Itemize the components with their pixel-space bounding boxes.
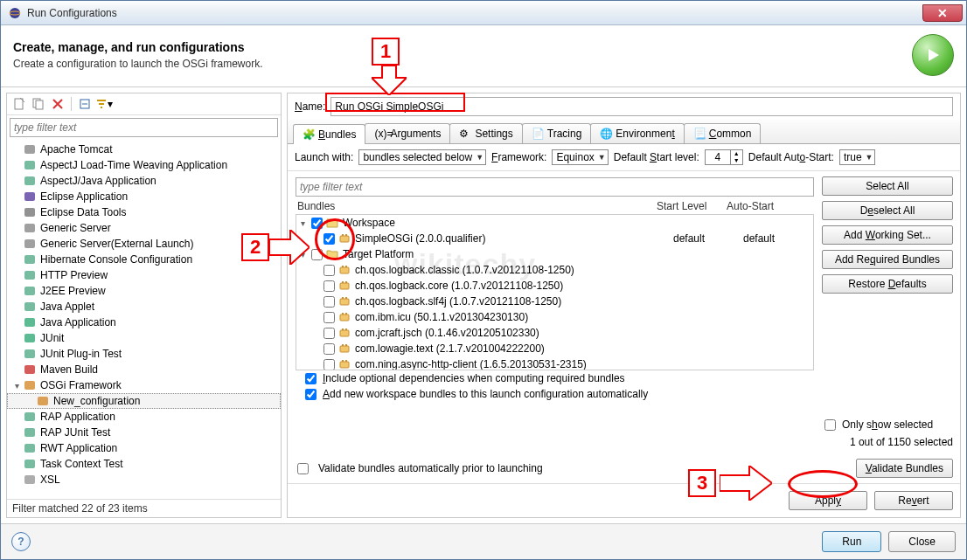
bundle-label: ch.qos.logback.slf4j (1.0.7.v20121108-12… [355,295,673,308]
tree-item[interactable]: Eclipse Application [7,189,281,204]
bundle-checkbox[interactable] [323,359,335,370]
close-footer-button[interactable]: Close [888,531,956,552]
tree-item[interactable]: XSL [7,472,281,487]
plugin-icon [337,342,351,356]
tab-settings[interactable]: ⚙Settings [449,123,522,143]
bundle-row[interactable]: SimpleOSGi (2.0.0.qualifier)defaultdefau… [296,231,813,246]
validate-bundles-button[interactable]: Validate Bundles [856,459,953,478]
validate-auto-checkbox[interactable] [297,463,309,474]
bundle-filter-input[interactable] [296,177,814,197]
svg-rect-48 [340,346,349,352]
tab-bundles[interactable]: 🧩Bundles [293,124,365,144]
titlebar: Run Configurations ✕ [1,1,966,25]
svg-rect-22 [24,365,35,374]
tree-item[interactable]: ▾OSGi Framework [7,377,281,393]
bundle-row[interactable]: ch.qos.logback.slf4j (1.0.7.v20121108-12… [296,294,813,309]
collapse-all-icon[interactable] [76,95,94,113]
tree-item[interactable]: JUnit Plug-in Test [7,346,281,362]
delete-icon[interactable] [49,95,66,113]
svg-rect-10 [24,176,35,185]
bundle-checkbox[interactable] [323,233,335,245]
svg-rect-46 [342,328,344,330]
tab-arguments[interactable]: (x)=Arguments [365,123,450,143]
tree-item[interactable]: Eclipse Data Tools [7,204,281,220]
bundle-checkbox[interactable] [323,328,335,339]
tree-item[interactable]: Maven Build [7,362,281,377]
svg-rect-47 [345,328,347,330]
add-working-set-button[interactable]: Add Working Set... [822,225,953,245]
help-button[interactable]: ? [11,532,31,551]
default-auto-select[interactable]: true▼ [839,149,876,165]
tree-item[interactable]: Hibernate Console Configuration [7,252,281,267]
tree-item[interactable]: RWT Application [7,440,281,456]
tree-item[interactable]: Apache Tomcat [7,142,281,157]
tree-item[interactable]: New_configuration [7,393,281,409]
bundle-group[interactable]: ▾Workspace [296,215,813,231]
duplicate-icon[interactable] [30,95,47,113]
bundle-checkbox[interactable] [323,343,335,355]
add-required-button[interactable]: Add Required Bundles [822,250,953,269]
deselect-all-button[interactable]: Deselect All [822,201,953,220]
default-start-spinner[interactable]: ▲▼ [705,149,743,165]
plugin-icon [337,310,351,324]
tree-item-label: RAP JUnit Test [40,426,110,439]
tree-item[interactable]: HTTP Preview [7,267,281,283]
svg-rect-39 [340,299,349,305]
include-optional-checkbox[interactable] [305,373,317,384]
left-filter-input[interactable] [10,118,278,137]
default-start-label: Default Start level: [614,151,699,163]
tree-item[interactable]: Generic Server(External Launch) [7,236,281,252]
tab-environment[interactable]: 🌐Environment [590,123,684,143]
rap-icon [23,410,37,424]
svg-rect-25 [24,412,35,421]
svg-rect-12 [24,208,35,217]
tree-item[interactable]: AspectJ/Java Application [7,173,281,189]
restore-defaults-button[interactable]: Restore Defaults [822,274,953,294]
add-workspace-checkbox[interactable] [305,389,317,400]
ajlt-icon [23,158,37,172]
svg-rect-28 [24,460,35,468]
tree-item[interactable]: JUnit [7,330,281,346]
bundle-row[interactable]: ch.qos.logback.classic (1.0.7.v20121108-… [296,262,813,278]
bundle-checkbox[interactable] [323,265,335,276]
select-all-button[interactable]: Select All [822,176,953,196]
tab-tracing[interactable]: 📄Tracing [522,123,592,143]
launch-with-select[interactable]: bundles selected below▼ [358,149,486,165]
bundle-checkbox[interactable] [311,249,323,260]
bundle-row[interactable]: com.ibm.icu (50.1.1.v201304230130) [296,309,813,325]
bundle-group[interactable]: ▾Target Platform [296,246,813,262]
eclipse-icon [8,6,22,20]
name-input[interactable] [330,97,953,116]
bundle-checkbox[interactable] [311,218,323,229]
only-show-checkbox[interactable] [824,419,836,431]
bundle-label: Target Platform [343,248,414,260]
new-config-icon[interactable] [10,95,28,113]
apply-button[interactable]: Apply [789,491,867,510]
close-button[interactable]: ✕ [922,4,963,22]
tree-item[interactable]: RAP JUnit Test [7,425,281,440]
tree-item[interactable]: Generic Server [7,220,281,236]
bundle-row[interactable]: com.jcraft.jsch (0.1.46.v201205102330) [296,325,813,341]
tree-item[interactable]: Java Application [7,315,281,330]
tree-item[interactable]: RAP Application [7,409,281,425]
tree-item[interactable]: Task Context Test [7,456,281,472]
svg-rect-15 [24,255,35,264]
tree-item-label: RAP Application [40,411,115,423]
bundle-row[interactable]: ch.qos.logback.core (1.0.7.v20121108-125… [296,278,813,294]
bundle-checkbox[interactable] [323,280,335,292]
tab-common[interactable]: 📃Common [684,123,762,143]
svg-rect-50 [345,344,347,346]
bundle-checkbox[interactable] [323,312,335,323]
bundle-checkbox[interactable] [323,296,335,308]
tree-item[interactable]: Java Applet [7,299,281,315]
framework-select[interactable]: Equinox▼ [552,149,608,165]
revert-button[interactable]: Revert [874,491,953,510]
bundle-row[interactable]: com.ning.async-http-client (1.6.5.201305… [296,356,813,370]
filter-dropdown-icon[interactable]: ▾ [95,95,113,113]
bundle-list[interactable]: ▾WorkspaceSimpleOSGi (2.0.0.qualifier)de… [296,215,814,370]
bundle-row[interactable]: com.lowagie.text (2.1.7.v201004222200) [296,341,813,356]
config-tree[interactable]: Apache TomcatAspectJ Load-Time Weaving A… [7,140,281,499]
tree-item[interactable]: J2EE Preview [7,283,281,299]
tree-item[interactable]: AspectJ Load-Time Weaving Application [7,157,281,173]
run-button[interactable]: Run [822,531,881,552]
